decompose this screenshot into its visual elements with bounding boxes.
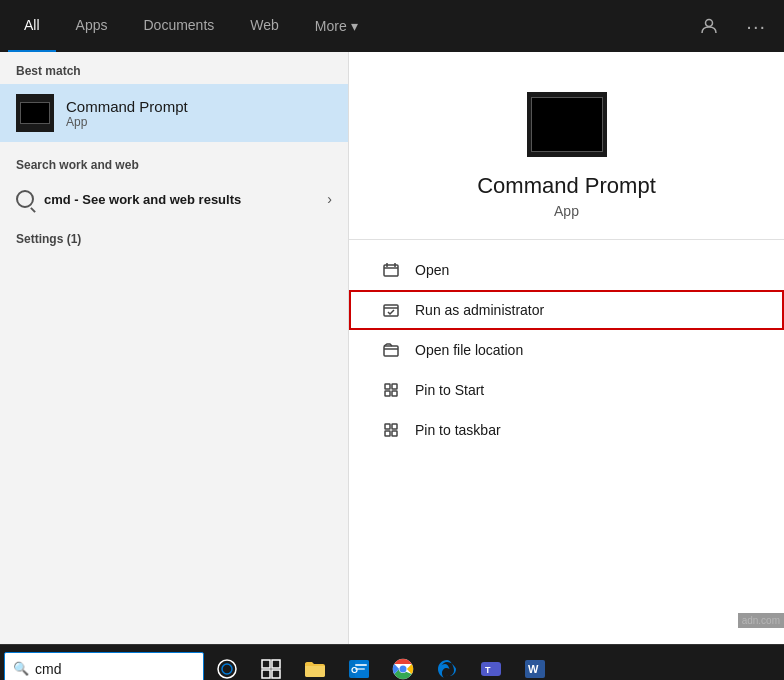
svg-text:W: W (528, 663, 539, 675)
svg-rect-6 (385, 391, 390, 396)
watermark: adn.com (738, 613, 784, 628)
action-runas[interactable]: Run as administrator (349, 290, 784, 330)
chrome-icon (390, 656, 416, 681)
svg-rect-3 (384, 346, 398, 356)
outlook-icon: O (346, 656, 372, 681)
taskbar-edge[interactable] (426, 648, 468, 681)
tab-all[interactable]: All (8, 0, 56, 52)
svg-rect-4 (385, 384, 390, 389)
web-search-text: cmd - See work and web results (44, 192, 241, 207)
cmd-large-icon-inner (531, 97, 603, 152)
taskbar-chrome[interactable] (382, 648, 424, 681)
more-label: More (315, 18, 347, 34)
svg-point-13 (222, 664, 232, 674)
web-search-query: cmd (44, 192, 71, 207)
open-label: Open (415, 262, 449, 278)
taskbar-outlook[interactable]: O (338, 648, 380, 681)
best-match-label: Best match (0, 52, 348, 84)
taskbar-word[interactable]: W (514, 648, 556, 681)
tab-web[interactable]: Web (234, 0, 295, 52)
action-pin-start[interactable]: Pin to Start (349, 370, 784, 410)
svg-rect-1 (384, 265, 398, 276)
right-detail-top: Command Prompt App (349, 52, 784, 240)
person-icon (700, 17, 718, 35)
svg-rect-2 (384, 305, 398, 316)
word-icon: W (522, 656, 548, 681)
tab-apps[interactable]: Apps (60, 0, 124, 52)
best-match-text: Command Prompt App (66, 98, 188, 129)
best-match-item[interactable]: Command Prompt App (0, 84, 348, 142)
svg-rect-14 (262, 660, 270, 668)
svg-rect-27 (481, 662, 501, 676)
taskbar-search-icon: 🔍 (13, 661, 29, 676)
pin-start-label: Pin to Start (415, 382, 484, 398)
svg-text:T: T (485, 665, 491, 675)
taskbar-search-text: cmd (35, 661, 61, 677)
svg-rect-22 (355, 668, 365, 670)
runas-icon (381, 300, 401, 320)
best-match-title: Command Prompt (66, 98, 188, 115)
tab-documents[interactable]: Documents (127, 0, 230, 52)
runas-label: Run as administrator (415, 302, 544, 318)
settings-label: Settings (1) (0, 220, 348, 252)
file-location-label: Open file location (415, 342, 523, 358)
edge-icon (434, 656, 460, 681)
cortana-icon (216, 658, 238, 680)
svg-rect-8 (385, 424, 390, 429)
teams-icon: T (478, 656, 504, 681)
detail-app-name: Command Prompt (477, 173, 656, 199)
taskbar-teams[interactable]: T (470, 648, 512, 681)
svg-rect-11 (392, 431, 397, 436)
taskbar: 🔍 cmd O (0, 644, 784, 680)
file-location-icon (381, 340, 401, 360)
ellipsis-icon-btn[interactable]: ··· (736, 9, 776, 44)
search-web-section: cmd - See work and web results › (0, 178, 348, 220)
web-search-arrow-icon: › (327, 191, 332, 207)
cmd-app-icon-inner (20, 102, 50, 124)
taskbar-file-explorer[interactable] (294, 648, 336, 681)
action-open[interactable]: Open (349, 250, 784, 290)
more-arrow-icon: ▾ (351, 18, 358, 34)
svg-rect-17 (272, 670, 280, 678)
svg-point-26 (400, 665, 407, 672)
actions-list: Open Run as administrator (349, 240, 784, 460)
svg-rect-16 (262, 670, 270, 678)
svg-rect-10 (385, 431, 390, 436)
search-web-label: Search work and web (0, 146, 348, 178)
task-view-icon (261, 659, 281, 679)
search-icon (16, 190, 34, 208)
ellipsis-icon: ··· (746, 15, 766, 38)
nav-right: ··· (690, 9, 776, 44)
left-panel: Best match Command Prompt App Search wor… (0, 52, 348, 644)
taskbar-cortana[interactable] (206, 648, 248, 681)
top-nav: All Apps Documents Web More ▾ ··· (0, 0, 784, 52)
pin-taskbar-label: Pin to taskbar (415, 422, 501, 438)
svg-point-12 (218, 660, 236, 678)
account-icon-btn[interactable] (690, 11, 728, 41)
folder-icon (302, 656, 328, 681)
taskbar-search-box[interactable]: 🔍 cmd (4, 652, 204, 681)
action-file-location[interactable]: Open file location (349, 330, 784, 370)
web-search-item[interactable]: cmd - See work and web results › (0, 182, 348, 216)
svg-rect-21 (355, 664, 367, 666)
open-icon (381, 260, 401, 280)
action-pin-taskbar[interactable]: Pin to taskbar (349, 410, 784, 450)
web-search-desc: - See work and web results (71, 192, 242, 207)
main-panel: Best match Command Prompt App Search wor… (0, 52, 784, 644)
taskbar-task-view[interactable] (250, 648, 292, 681)
tab-more[interactable]: More ▾ (299, 0, 374, 52)
svg-rect-5 (392, 384, 397, 389)
svg-rect-15 (272, 660, 280, 668)
svg-rect-9 (392, 424, 397, 429)
cmd-large-icon (527, 92, 607, 157)
svg-rect-7 (392, 391, 397, 396)
svg-point-0 (706, 20, 713, 27)
detail-app-sub: App (554, 203, 579, 219)
pin-taskbar-icon (381, 420, 401, 440)
pin-start-icon (381, 380, 401, 400)
cmd-app-icon (16, 94, 54, 132)
right-panel: Command Prompt App Open (348, 52, 784, 644)
best-match-sub: App (66, 115, 188, 129)
